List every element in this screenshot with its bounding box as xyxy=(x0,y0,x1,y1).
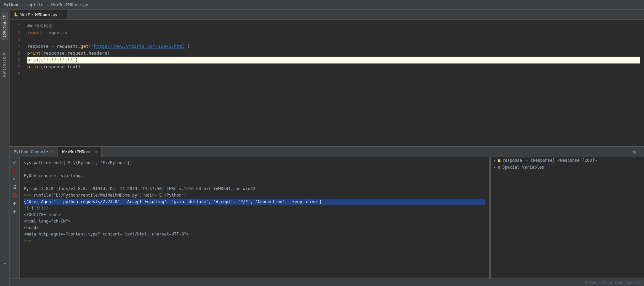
output-line-13: >>> xyxy=(24,238,485,244)
code-line-8 xyxy=(27,70,640,77)
code-line-3 xyxy=(27,36,640,43)
editor-tab-weiMeiMMDome[interactable]: 🐍 WeiMeiMMDome.py ✕ xyxy=(10,10,67,19)
brand-label: Python xyxy=(3,2,18,7)
output-line-2 xyxy=(24,166,485,173)
prompt-1: >>> xyxy=(24,193,31,198)
output-line-9: <!DOCTYPE html> xyxy=(24,212,485,218)
output-line-5: Python 3.8.0 (tags/v3.8.0:fa919fd, Oct 1… xyxy=(24,186,485,192)
code-line-4: response = requests.get('https://www.vmg… xyxy=(27,43,640,50)
variable-value-response: = {Response} <Response [200]> xyxy=(525,158,597,163)
console-toolbar-right: ⚙ − xyxy=(630,147,644,157)
expand-arrow-special: ▶ xyxy=(494,166,496,169)
output-line-6: >>> runfile('E:/Python/reptile/WeiMeiMMD… xyxy=(24,192,485,199)
top-navigation-bar: Python › reptile › WeiMeiMMDome.py xyxy=(0,0,644,10)
code-line-2: import requests xyxy=(27,29,640,36)
response-icon: ■ xyxy=(498,158,500,163)
main-area: 🐍 WeiMeiMMDome.py ✕ 1 2 3 4 5 6 7 8 ## 请… xyxy=(10,10,644,286)
special-icon: ■ xyxy=(498,165,500,170)
debug-button[interactable]: 🐞 xyxy=(11,191,18,199)
code-editor[interactable]: 1 2 3 4 5 6 7 8 ## 请求网页 import requests … xyxy=(10,20,644,146)
editor-section: 🐍 WeiMeiMMDome.py ✕ 1 2 3 4 5 6 7 8 ## 请… xyxy=(10,10,644,146)
code-line-6: print('!!!!!!!!!!') xyxy=(27,57,640,63)
line-num-4: 4 xyxy=(10,43,23,50)
line-num-5: 5 xyxy=(10,50,23,57)
console-left-toolbar: ↺ ■ ▶ 🖨 🐞 ⚙ + xyxy=(10,157,20,286)
sidebar-favorites[interactable]: ★ xyxy=(4,261,6,266)
console-output[interactable]: sys.path.extend(['E:\\Python', 'E:/Pytho… xyxy=(20,157,489,286)
console-tab-weiMeiMMDome[interactable]: WeiMeiMMDome ✕ xyxy=(58,147,102,157)
settings-icon[interactable]: ⚙ xyxy=(633,149,635,155)
console-tab-weiMeiMMDome-label: WeiMeiMMDome xyxy=(62,149,92,154)
code-line-7: print(response.text) xyxy=(27,63,640,70)
prompt-2: >>> xyxy=(24,238,31,243)
status-bar: https://blog.csdn.net/xxx xyxy=(0,278,644,286)
variable-name-response: response xyxy=(502,158,522,163)
editor-tab-label: WeiMeiMMDome.py xyxy=(20,12,57,17)
status-url[interactable]: https://blog.csdn.net/xxx xyxy=(585,280,641,285)
line-num-7: 7 xyxy=(10,63,23,70)
minus-icon[interactable]: − xyxy=(639,149,641,155)
output-line-3: PyDev console: starting. xyxy=(24,173,485,179)
variable-name-special: Special Variables xyxy=(502,165,544,170)
add-button[interactable]: + xyxy=(11,208,18,215)
line-num-2: 2 xyxy=(10,29,23,36)
output-line-11: <head> xyxy=(24,225,485,231)
print-button[interactable]: 🖨 xyxy=(11,183,18,190)
code-line-5: print(response.request.headers) xyxy=(27,50,640,57)
code-line-1: ## 请求网页 xyxy=(27,23,640,29)
breadcrumb-reptile[interactable]: reptile xyxy=(26,2,44,7)
output-line-12: <meta http-equiv="content-type" content=… xyxy=(24,231,485,238)
breadcrumb-filename[interactable]: WeiMeiMMDome.py xyxy=(51,2,88,7)
console-tab-python-label: Python Console xyxy=(14,149,48,154)
line-numbers: 1 2 3 4 5 6 7 8 xyxy=(10,20,23,146)
sidebar-tab-project[interactable]: 1: Project xyxy=(1,12,8,40)
rerun-button[interactable]: ↺ xyxy=(11,158,18,166)
output-line-8: !!!!!!!!!! xyxy=(24,205,485,212)
sidebar-tab-zstructure[interactable]: Z-Structure xyxy=(1,50,8,80)
file-python-icon: 🐍 xyxy=(14,12,18,17)
runfile-command: runfile('E:/Python/reptile/WeiMeiMMDome.… xyxy=(34,193,186,198)
separator-1: › xyxy=(21,2,23,7)
console-tab-python-console[interactable]: Python Console ✕ xyxy=(10,147,58,157)
run-button[interactable]: ▶ xyxy=(11,175,18,182)
output-line-1: sys.path.extend(['E:\\Python', 'E:/Pytho… xyxy=(24,160,485,166)
code-content[interactable]: ## 请求网页 import requests response = reque… xyxy=(23,20,644,146)
line-num-1: 1 xyxy=(10,23,23,29)
editor-tab-close[interactable]: ✕ xyxy=(61,13,63,16)
line-num-8: 8 xyxy=(10,70,23,77)
console-tab-python-close[interactable]: ✕ xyxy=(51,150,53,154)
line-num-6: 6 xyxy=(10,57,23,63)
line-num-3: 3 xyxy=(10,36,23,43)
output-line-7: {'User-Agent': 'python-requests/2.23.0',… xyxy=(24,199,485,205)
separator-2: › xyxy=(46,2,48,7)
left-sidebar: 1: Project Z-Structure ★ xyxy=(0,10,10,286)
editor-tab-bar: 🐍 WeiMeiMMDome.py ✕ xyxy=(10,10,644,20)
console-tab-weiMeiMMDome-close[interactable]: ✕ xyxy=(95,150,97,154)
step-button[interactable]: ⚙ xyxy=(11,199,18,207)
variable-row-response[interactable]: ▶ ■ response = {Response} <Response [200… xyxy=(491,157,644,164)
expand-arrow-response: ▶ xyxy=(494,159,496,162)
output-line-10: <html lang="zh-CN"> xyxy=(24,218,485,225)
console-body: ↺ ■ ▶ 🖨 🐞 ⚙ + sys.path.extend(['E:\\Pyth… xyxy=(10,157,644,286)
console-tab-bar: Python Console ✕ WeiMeiMMDome ✕ ⚙ − xyxy=(10,147,644,157)
stop-button[interactable]: ■ xyxy=(11,167,18,174)
output-line-4 xyxy=(24,179,485,186)
variable-row-special[interactable]: ▶ ■ Special Variables xyxy=(491,164,644,171)
variables-panel: ▶ ■ response = {Response} <Response [200… xyxy=(491,157,644,286)
console-section: Python Console ✕ WeiMeiMMDome ✕ ⚙ − ↺ ■ … xyxy=(10,146,644,286)
